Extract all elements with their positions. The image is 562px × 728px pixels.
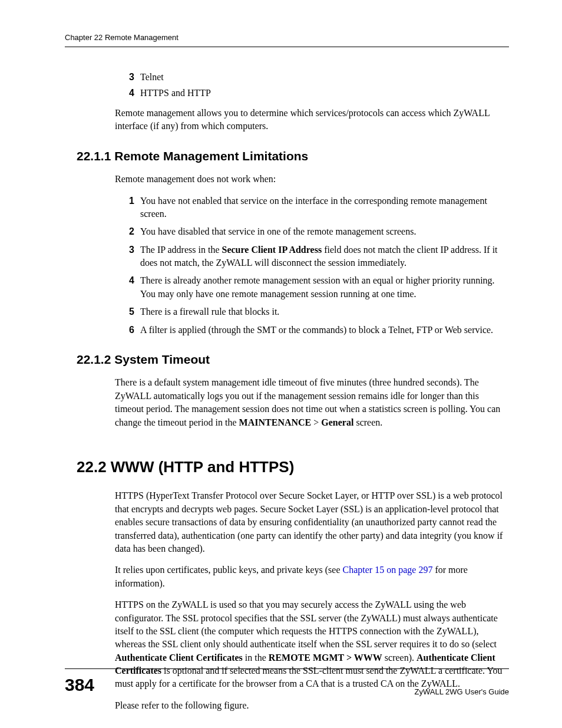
intro-paragraph: Remote management allows you to determin…: [115, 107, 509, 133]
bold-text: REMOTE MGMT > WWW: [269, 653, 382, 663]
list-text: You have disabled that service in one of…: [140, 225, 509, 238]
timeout-paragraph: There is a default system management idl…: [115, 376, 509, 429]
bold-text: Authenticate Client Certificates: [115, 653, 243, 663]
bold-text: MAINTENANCE: [239, 417, 312, 427]
list-number: 4: [124, 274, 140, 301]
list-text: A filter is applied (through the SMT or …: [140, 324, 509, 337]
list-number: 6: [124, 324, 140, 337]
list-item: 2 You have disabled that service in one …: [124, 225, 509, 238]
list-text: You have not enabled that service on the…: [140, 195, 509, 221]
www-paragraph-1: HTTPS (HyperText Transfer Protocol over …: [115, 489, 509, 555]
list-number: 2: [124, 225, 140, 238]
list-item: 6 A filter is applied (through the SMT o…: [124, 324, 509, 337]
list-number: 4: [124, 87, 140, 100]
list-item: 4 There is already another remote manage…: [124, 274, 509, 301]
list-item: 3 Telnet: [124, 71, 509, 84]
list-item: 3 The IP address in the Secure Client IP…: [124, 243, 509, 270]
list-number: 3: [124, 71, 140, 84]
subsection-intro: Remote management does not work when:: [115, 173, 509, 186]
guide-name: ZyWALL 2WG User's Guide: [415, 687, 509, 697]
list-number: 3: [124, 243, 140, 270]
www-paragraph-4: Please refer to the following figure.: [115, 699, 509, 712]
list-text: There is already another remote manageme…: [140, 274, 509, 301]
list-number: 5: [124, 305, 140, 318]
subsection-22-1-1-heading: 22.1.1 Remote Management Limitations: [77, 147, 509, 164]
chapter-link[interactable]: Chapter 15 on page 297: [343, 565, 433, 575]
www-paragraph-2: It relies upon certificates, public keys…: [115, 564, 509, 590]
list-text: Telnet: [140, 71, 509, 84]
limitations-list: 1 You have not enabled that service on t…: [124, 195, 509, 337]
page-footer: 384 ZyWALL 2WG User's Guide: [65, 668, 509, 697]
list-text: HTTPS and HTTP: [140, 87, 509, 100]
continued-list: 3 Telnet 4 HTTPS and HTTP: [124, 71, 509, 100]
list-text: There is a firewall rule that blocks it.: [140, 305, 509, 318]
bold-text: Secure Client IP Address: [222, 245, 322, 255]
list-item: 4 HTTPS and HTTP: [124, 87, 509, 100]
list-item: 1 You have not enabled that service on t…: [124, 195, 509, 221]
subsection-22-1-2-heading: 22.1.2 System Timeout: [77, 351, 509, 368]
chapter-header: Chapter 22 Remote Management: [65, 32, 509, 47]
section-22-2-heading: 22.2 WWW (HTTP and HTTPS): [77, 456, 509, 477]
list-number: 1: [124, 195, 140, 221]
list-text: The IP address in the Secure Client IP A…: [140, 243, 509, 270]
bold-text: General: [321, 417, 353, 427]
list-item: 5 There is a firewall rule that blocks i…: [124, 305, 509, 318]
page-number: 384: [65, 673, 94, 697]
